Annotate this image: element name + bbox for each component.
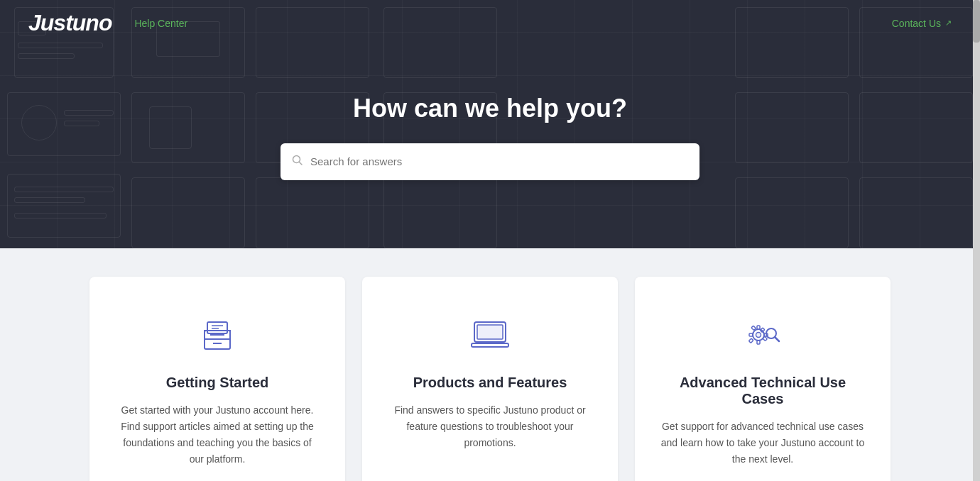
hero-title: How can we help you? xyxy=(353,94,627,123)
logo-text: Justuno xyxy=(28,10,111,35)
search-icon xyxy=(292,155,303,169)
svg-rect-7 xyxy=(207,322,227,333)
search-input[interactable] xyxy=(310,155,688,167)
getting-started-desc: Get started with your Justuno account he… xyxy=(115,402,320,468)
svg-rect-20 xyxy=(751,326,756,330)
svg-rect-18 xyxy=(749,333,753,336)
svg-line-25 xyxy=(775,337,779,341)
products-features-card[interactable]: Products and Features Find answers to sp… xyxy=(362,277,618,481)
search-bar xyxy=(281,143,699,180)
svg-point-15 xyxy=(756,333,761,338)
nav-right: Contact Us ↗ xyxy=(892,18,952,29)
contact-us-link[interactable]: Contact Us xyxy=(892,18,941,29)
svg-line-1 xyxy=(300,162,303,165)
svg-rect-17 xyxy=(757,341,760,344)
svg-rect-12 xyxy=(472,343,508,347)
logo[interactable]: Justuno xyxy=(28,10,111,36)
advanced-technical-card[interactable]: Advanced Technical Use Cases Get support… xyxy=(635,277,891,481)
advanced-technical-title: Advanced Technical Use Cases xyxy=(660,375,865,407)
getting-started-title: Getting Started xyxy=(166,375,268,391)
products-features-desc: Find answers to specific Justuno product… xyxy=(388,402,592,451)
advanced-technical-desc: Get support for advanced technical use c… xyxy=(660,419,865,468)
cards-section: Getting Started Get started with your Ju… xyxy=(0,248,980,481)
navbar: Justuno Help Center Contact Us ↗ xyxy=(0,0,980,46)
svg-rect-16 xyxy=(757,326,760,329)
svg-rect-11 xyxy=(477,325,503,339)
hero-section: Justuno Help Center Contact Us ↗ How can… xyxy=(0,0,980,248)
advanced-technical-icon xyxy=(740,312,785,358)
svg-rect-21 xyxy=(763,336,767,341)
svg-rect-23 xyxy=(748,338,753,343)
hero-content: How can we help you? xyxy=(0,46,980,248)
external-link-icon: ↗ xyxy=(945,18,952,28)
help-center-link[interactable]: Help Center xyxy=(134,18,187,29)
products-features-icon xyxy=(467,312,513,358)
products-features-title: Products and Features xyxy=(413,375,567,391)
getting-started-icon xyxy=(195,312,240,358)
getting-started-card[interactable]: Getting Started Get started with your Ju… xyxy=(89,277,345,481)
